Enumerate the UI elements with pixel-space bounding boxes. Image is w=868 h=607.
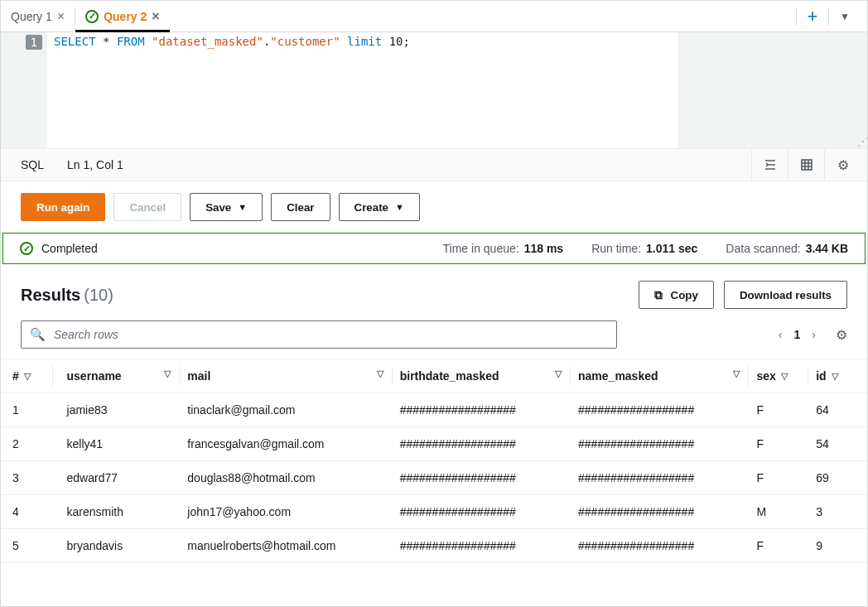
table-cell: ################## [570,427,748,461]
page-number: 1 [794,328,801,341]
tab-label: Query 1 [11,10,52,23]
table-cell: 3 [808,495,867,529]
cursor-position: Ln 1, Col 1 [67,158,123,171]
grid-icon[interactable] [788,148,824,181]
new-tab-button[interactable]: + [797,1,828,32]
queue-time: Time in queue:118 ms [443,242,564,255]
table-cell: 4 [1,495,52,529]
search-input-wrapper[interactable]: 🔍 [21,320,617,349]
filter-icon[interactable]: ▽ [164,369,171,379]
table-cell: F [748,427,808,461]
copy-icon [654,288,664,302]
close-icon[interactable]: × [57,10,65,23]
download-results-button[interactable]: Download results [724,281,847,309]
results-title: Results [21,286,80,305]
table-cell: francesgalvan@gmail.com [179,427,391,461]
success-icon: ✓ [20,242,33,255]
language-label: SQL [21,158,44,171]
table-cell: ################## [392,461,570,495]
table-cell: edward77 [52,461,180,495]
clear-button[interactable]: Clear [271,193,330,221]
table-cell: ################## [570,461,748,495]
table-cell: manuelroberts@hotmail.com [179,529,391,563]
prev-page[interactable]: ‹ [779,328,783,341]
data-scanned: Data scanned:3.44 KB [726,242,848,255]
table-cell: ################## [392,393,570,427]
close-icon[interactable]: × [152,10,159,23]
tab-label: Query 2 [104,10,147,23]
save-button[interactable]: Save▼ [190,193,263,221]
table-cell: ################## [570,495,748,529]
table-row: 3edward77douglas88@hotmail.com##########… [1,461,867,495]
query-toolbar: Run again Cancel Save▼ Clear Create▼ [1,181,867,229]
table-cell: F [748,529,808,563]
status-text: Completed [41,242,98,255]
create-button[interactable]: Create▼ [339,193,420,221]
chevron-down-icon: ▼ [238,202,247,212]
table-cell: kelly41 [52,427,180,461]
filter-icon[interactable]: ▽ [733,369,740,379]
table-cell: jamie83 [52,393,180,427]
table-row: 4karensmithjohn17@yahoo.com#############… [1,495,867,529]
column-header-name[interactable]: name_masked▽ [570,359,748,393]
tab-query-2[interactable]: ✓ Query 2 × [75,1,169,31]
sql-editor: 1 SELECT * FROM "dataset_masked"."custom… [1,32,867,148]
pagination: ‹ 1 › ⚙ [779,327,847,343]
table-cell: 64 [808,393,867,427]
column-header-username[interactable]: username▽ [52,359,180,393]
query-status-banner: ✓ Completed Time in queue:118 ms Run tim… [2,233,866,264]
results-table: #▽ username▽ mail▽ birthdate_masked▽ nam… [1,359,867,563]
resize-handle[interactable]: ⋰ [857,135,866,148]
table-cell: 5 [1,529,52,563]
results-filter-row: 🔍 ‹ 1 › ⚙ [1,316,867,359]
filter-icon[interactable]: ▽ [377,369,383,379]
filter-icon[interactable]: ▽ [832,371,838,382]
table-cell: F [748,461,808,495]
tab-bar: Query 1 × ✓ Query 2 × + ▼ [1,1,867,32]
table-cell: 2 [1,427,52,461]
filter-icon[interactable]: ▽ [24,371,31,382]
settings-icon[interactable]: ⚙ [824,148,861,181]
table-cell: ################## [392,529,570,563]
chevron-down-icon: ▼ [395,202,404,212]
table-cell: 69 [808,461,867,495]
line-number: 1 [26,35,42,50]
table-cell: ################## [570,393,748,427]
editor-right-panel [678,32,867,148]
copy-button[interactable]: Copy [639,281,714,309]
table-row: 1jamie83tinaclark@gmail.com#############… [1,393,867,427]
table-row: 5bryandavismanuelroberts@hotmail.com####… [1,529,867,563]
table-cell: 9 [808,529,867,563]
editor-code-area[interactable]: SELECT * FROM "dataset_masked"."customer… [47,32,678,148]
table-cell: douglas88@hotmail.com [179,461,391,495]
table-cell: ################## [392,427,570,461]
table-cell: tinaclark@gmail.com [179,393,391,427]
editor-status-bar: SQL Ln 1, Col 1 ⚙ [1,148,867,181]
column-header-sex[interactable]: sex▽ [748,359,808,393]
tab-overflow-button[interactable]: ▼ [829,1,861,32]
search-input[interactable] [52,327,608,342]
filter-icon[interactable]: ▽ [781,371,788,382]
table-cell: ################## [570,529,748,563]
run-again-button[interactable]: Run again [21,193,105,221]
next-page[interactable]: › [812,328,816,341]
table-cell: 1 [1,393,52,427]
column-header-mail[interactable]: mail▽ [179,359,391,393]
results-count: (10) [84,286,113,305]
table-settings-icon[interactable]: ⚙ [836,327,847,343]
column-header-id[interactable]: id▽ [808,359,867,393]
search-icon: 🔍 [30,327,46,342]
table-cell: 3 [1,461,52,495]
results-header: Results (10) Copy Download results [1,264,867,316]
table-cell: F [748,393,808,427]
cancel-button: Cancel [113,193,181,221]
table-cell: karensmith [52,495,180,529]
column-header-index[interactable]: #▽ [1,359,52,393]
table-cell: bryandavis [52,529,180,563]
column-header-birthdate[interactable]: birthdate_masked▽ [392,359,570,393]
tab-query-1[interactable]: Query 1 × [1,1,75,31]
filter-icon[interactable]: ▽ [555,369,562,379]
table-cell: M [748,495,808,529]
format-icon[interactable] [751,148,788,181]
svg-rect-0 [802,160,812,170]
